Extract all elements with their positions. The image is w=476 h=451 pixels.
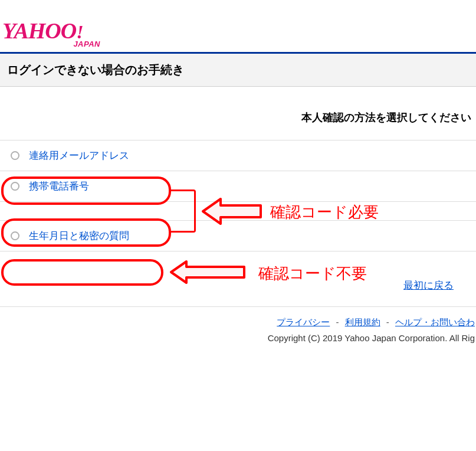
logo-area: YAHOO! JAPAN: [0, 0, 476, 52]
radio-icon: [11, 182, 19, 191]
radio-icon: [11, 231, 19, 240]
page-title: ログインできない場合のお手続き: [0, 54, 476, 87]
option-contact-email[interactable]: 連絡用メールアドレス: [0, 140, 476, 171]
option-label: 携帯電話番号: [29, 179, 89, 193]
annotation-code-not-required: 確認コード不要: [258, 263, 367, 284]
footer-sep: -: [383, 317, 393, 327]
annotation-code-required: 確認コード必要: [270, 202, 379, 223]
option-label: 生年月日と秘密の質問: [29, 229, 129, 243]
prompt-text: 本人確認の方法を選択してください: [0, 87, 476, 136]
option-label: 連絡用メールアドレス: [29, 149, 129, 162]
footer: プライバシー - 利用規約 - ヘルプ・お問い合わ Copyright (C) …: [0, 307, 476, 346]
logo-main-text: YAHOO: [2, 18, 76, 43]
help-link[interactable]: ヘルプ・お問い合わ: [395, 317, 475, 327]
back-link[interactable]: 最初に戻る: [403, 280, 454, 291]
privacy-link[interactable]: プライバシー: [277, 317, 330, 327]
logo-sub-text: JAPAN: [73, 40, 100, 48]
radio-icon: [11, 151, 19, 160]
footer-sep: -: [332, 317, 342, 327]
yahoo-japan-logo[interactable]: YAHOO! JAPAN: [2, 18, 109, 47]
arrow-icon: [198, 195, 264, 227]
annotation-bracket: [171, 189, 196, 233]
terms-link[interactable]: 利用規約: [345, 317, 380, 327]
copyright-text: Copyright (C) 2019 Yahoo Japan Corporati…: [268, 333, 475, 343]
arrow-icon: [168, 259, 247, 286]
